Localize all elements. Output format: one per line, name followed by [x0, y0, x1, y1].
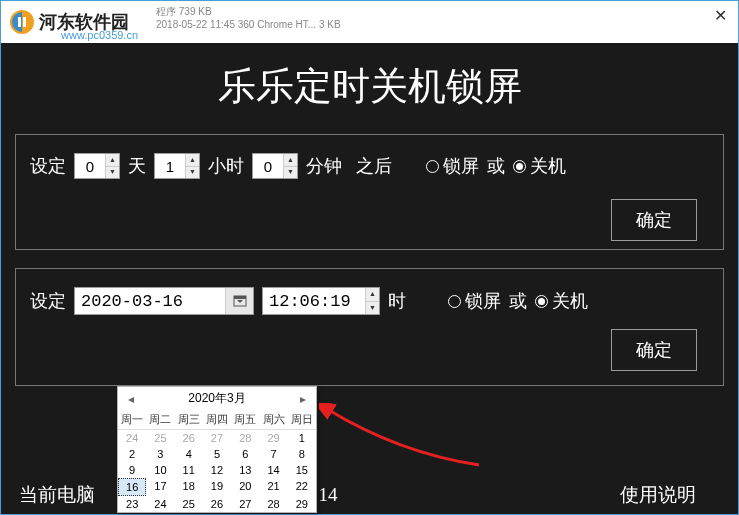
days-down[interactable]: ▼ — [106, 167, 119, 179]
svg-rect-2 — [23, 17, 26, 27]
hours-input[interactable] — [155, 154, 185, 178]
radio-lock-label-2: 锁屏 — [465, 289, 501, 313]
calendar-icon — [233, 294, 247, 308]
calendar-day[interactable]: 21 — [259, 478, 287, 496]
hours-spinner[interactable]: ▲▼ — [154, 153, 200, 179]
label-days: 天 — [128, 154, 146, 178]
radio-lock-2[interactable]: 锁屏 — [448, 289, 501, 313]
calendar-day[interactable]: 17 — [146, 478, 174, 496]
calendar-day[interactable]: 3 — [146, 446, 174, 462]
logo-icon — [9, 9, 35, 35]
label-set: 设定 — [30, 154, 66, 178]
calendar-grid: 周一周二周三周四周五周六周日24252627282912345678910111… — [118, 410, 316, 512]
mins-spinner[interactable]: ▲▼ — [252, 153, 298, 179]
calendar-day[interactable]: 8 — [288, 446, 316, 462]
radio-circle-icon — [426, 160, 439, 173]
calendar-day[interactable]: 24 — [118, 430, 146, 446]
date-dropdown-button[interactable] — [225, 288, 253, 314]
calendar-day[interactable]: 28 — [231, 430, 259, 446]
calendar-popup: ◂ 2020年3月 ▸ 周一周二周三周四周五周六周日24252627282912… — [117, 386, 317, 513]
svg-rect-4 — [234, 296, 246, 299]
calendar-day[interactable]: 20 — [231, 478, 259, 496]
hours-down[interactable]: ▼ — [186, 167, 199, 179]
annotation-arrow-icon — [319, 403, 489, 473]
calendar-day[interactable]: 12 — [203, 462, 231, 478]
logo-url: www.pc0359.cn — [61, 29, 138, 41]
calendar-day[interactable]: 6 — [231, 446, 259, 462]
time-up[interactable]: ▲ — [366, 288, 379, 302]
calendar-day[interactable]: 27 — [203, 430, 231, 446]
calendar-day[interactable]: 26 — [175, 430, 203, 446]
calendar-day[interactable]: 14 — [259, 462, 287, 478]
calendar-dow: 周日 — [288, 410, 316, 430]
help-link[interactable]: 使用说明 — [620, 482, 696, 508]
calendar-day[interactable]: 5 — [203, 446, 231, 462]
time-picker[interactable]: ▲▼ — [262, 287, 380, 315]
calendar-day[interactable]: 18 — [175, 478, 203, 496]
calendar-day[interactable]: 29 — [259, 430, 287, 446]
calendar-dow: 周二 — [146, 410, 174, 430]
app-title: 乐乐定时关机锁屏 — [1, 43, 738, 134]
calendar-dow: 周四 — [203, 410, 231, 430]
calendar-day[interactable]: 23 — [118, 496, 146, 512]
calendar-day[interactable]: 9 — [118, 462, 146, 478]
label-after: 之后 — [356, 154, 392, 178]
confirm-button-1[interactable]: 确定 — [611, 199, 697, 241]
calendar-day[interactable]: 25 — [146, 430, 174, 446]
calendar-day[interactable]: 13 — [231, 462, 259, 478]
label-hours: 小时 — [208, 154, 244, 178]
radio-shutdown-2[interactable]: 关机 — [535, 289, 588, 313]
date-input[interactable] — [75, 292, 225, 311]
meta-line-2: 2018-05-22 11:45 360 Chrome HT... 3 KB — [156, 18, 341, 31]
calendar-day[interactable]: 28 — [259, 496, 287, 512]
calendar-day[interactable]: 27 — [231, 496, 259, 512]
calendar-day[interactable]: 25 — [175, 496, 203, 512]
radio-circle-checked-icon — [535, 295, 548, 308]
date-picker[interactable] — [74, 287, 254, 315]
calendar-dow: 周三 — [175, 410, 203, 430]
label-or-2: 或 — [509, 289, 527, 313]
calendar-next-button[interactable]: ▸ — [296, 392, 310, 406]
confirm-button-2[interactable]: 确定 — [611, 329, 697, 371]
calendar-day[interactable]: 24 — [146, 496, 174, 512]
titlebar-meta: 程序 739 KB 2018-05-22 11:45 360 Chrome HT… — [156, 5, 341, 31]
label-set-2: 设定 — [30, 289, 66, 313]
calendar-day[interactable]: 19 — [203, 478, 231, 496]
radio-shutdown-label: 关机 — [530, 154, 566, 178]
calendar-day[interactable]: 10 — [146, 462, 174, 478]
days-spinner[interactable]: ▲▼ — [74, 153, 120, 179]
calendar-day[interactable]: 4 — [175, 446, 203, 462]
calendar-day[interactable]: 7 — [259, 446, 287, 462]
calendar-day[interactable]: 11 — [175, 462, 203, 478]
calendar-dow: 周六 — [259, 410, 287, 430]
calendar-day[interactable]: 2 — [118, 446, 146, 462]
mins-up[interactable]: ▲ — [284, 154, 297, 167]
radio-shutdown-1[interactable]: 关机 — [513, 154, 566, 178]
calendar-title[interactable]: 2020年3月 — [188, 390, 245, 407]
days-input[interactable] — [75, 154, 105, 178]
calendar-day[interactable]: 16 — [118, 478, 146, 496]
svg-rect-1 — [18, 17, 21, 27]
calendar-prev-button[interactable]: ◂ — [124, 392, 138, 406]
calendar-day[interactable]: 29 — [288, 496, 316, 512]
calendar-day[interactable]: 1 — [288, 430, 316, 446]
countdown-panel: 设定 ▲▼ 天 ▲▼ 小时 ▲▼ 分钟 之后 锁屏 或 — [15, 134, 724, 250]
days-up[interactable]: ▲ — [106, 154, 119, 167]
time-down[interactable]: ▼ — [366, 302, 379, 315]
label-mins: 分钟 — [306, 154, 342, 178]
close-button[interactable]: ✕ — [708, 5, 732, 25]
mins-down[interactable]: ▼ — [284, 167, 297, 179]
calendar-day[interactable]: 15 — [288, 462, 316, 478]
calendar-day[interactable]: 26 — [203, 496, 231, 512]
titlebar: 河东软件园 www.pc0359.cn 程序 739 KB 2018-05-22… — [1, 1, 738, 43]
mins-input[interactable] — [253, 154, 283, 178]
meta-line-1: 程序 739 KB — [156, 5, 341, 18]
footer-current-label: 当前电脑 — [19, 482, 95, 508]
time-input[interactable] — [263, 288, 365, 314]
calendar-day[interactable]: 22 — [288, 478, 316, 496]
datetime-panel: 设定 ▲▼ 时 锁屏 或 关机 确定 — [15, 268, 724, 386]
footer: 当前电脑 12:07:14 使用说明 — [1, 482, 738, 508]
radio-circle-icon — [448, 295, 461, 308]
hours-up[interactable]: ▲ — [186, 154, 199, 167]
radio-lock-1[interactable]: 锁屏 — [426, 154, 479, 178]
